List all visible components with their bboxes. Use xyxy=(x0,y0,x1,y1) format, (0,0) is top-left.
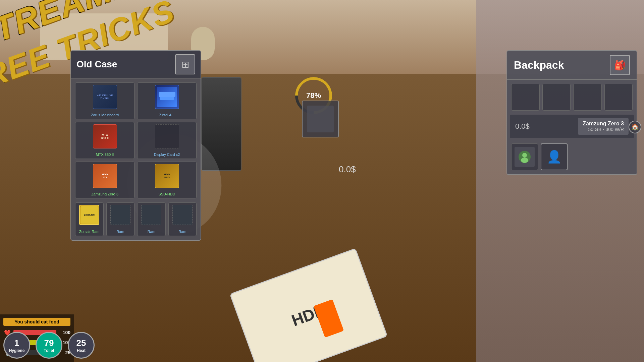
toilet-circle[interactable]: 79 Toilet xyxy=(36,332,62,359)
money-display: 0.0$ xyxy=(339,164,356,175)
label-display-card: Display Card x2 xyxy=(154,153,180,157)
bp-item-name: Zamzung Zero 3 xyxy=(583,121,624,127)
item-display-card[interactable]: Display Card x2 xyxy=(137,122,197,159)
thumb-ram-1 xyxy=(110,205,130,225)
backpack-header: Backpack 🎒 xyxy=(507,51,637,80)
item-zamzung[interactable]: HDDZZ3 Zamzung Zero 3 xyxy=(75,162,135,198)
svg-point-1 xyxy=(522,153,527,158)
slot-ram-2[interactable]: Ram xyxy=(137,202,166,236)
label-zintel: Zintel A... xyxy=(159,113,175,117)
item-mtx[interactable]: MTX350 II MTX 350 II xyxy=(75,122,135,159)
item-grid: X47 DELUXEZINTEL Zarus Mainboard Zintel … xyxy=(71,78,201,202)
bp-bottom-row: 👤 xyxy=(507,141,637,174)
label-ram-2: Ram xyxy=(148,230,155,234)
selected-item-inner xyxy=(307,106,334,132)
label-ram-3: Ram xyxy=(178,230,186,234)
thumb-zarus: X47 DELUXEZINTEL xyxy=(93,85,117,109)
backpack-slot-row xyxy=(507,80,637,115)
backpack-panel: Backpack 🎒 0.0$ Zamzung Zero 3 50 GB - 3… xyxy=(506,50,637,175)
toilet-value: 79 xyxy=(44,338,54,348)
item-ssdhdd[interactable]: HDDSSD SSD-HDD xyxy=(137,162,197,198)
bottom-hud: 1 Hygiene 79 Toilet 25 Heat xyxy=(3,332,95,359)
home-icon-button[interactable]: 🏠 xyxy=(629,121,641,133)
label-zorsair-ram: Zorsair Ram xyxy=(79,230,100,234)
slot-ram-1[interactable]: Ram xyxy=(106,202,135,236)
bp-slot-1[interactable] xyxy=(511,84,540,111)
svg-point-2 xyxy=(521,158,528,163)
case-icon: ⊞ xyxy=(175,54,195,74)
thumb-zamzung: HDDZZ3 xyxy=(93,164,117,188)
backpack-icon: 🎒 xyxy=(610,55,630,75)
thumb-mtx: MTX350 II xyxy=(93,124,117,148)
label-zamzung: Zamzung Zero 3 xyxy=(91,192,118,196)
label-ram-1: Ram xyxy=(116,230,124,234)
slot-ram-3[interactable]: Ram xyxy=(168,202,197,236)
thumb-zintel xyxy=(155,85,179,109)
old-case-header: Old Case ⊞ xyxy=(71,51,201,78)
eat-warning: You should eat food xyxy=(3,318,70,326)
heat-hud-circle[interactable]: 25 Heat xyxy=(68,332,95,359)
thumb-ram-2 xyxy=(141,205,161,225)
bp-slot-2[interactable] xyxy=(542,84,571,111)
bp-slot-4[interactable] xyxy=(604,84,633,111)
hygiene-value: 1 xyxy=(14,338,19,348)
selected-item-slot[interactable] xyxy=(302,101,339,137)
bp-item-stats: 50 GB - 300 W/R xyxy=(583,127,624,132)
bp-avatar-person[interactable]: 👤 xyxy=(541,143,568,170)
heat-hud-label: Heat xyxy=(77,348,86,353)
heat-hud-value: 25 xyxy=(76,338,86,348)
thumb-display-card xyxy=(155,124,179,148)
bp-avatar-bag[interactable] xyxy=(511,143,538,170)
old-case-panel: Old Case ⊞ X47 DELUXEZINTEL Zarus Mainbo… xyxy=(70,50,201,241)
slot-zorsair-ram[interactable]: ZORSAIR Zorsair Ram xyxy=(75,202,104,236)
label-zarus: Zarus Mainboard xyxy=(91,113,119,117)
item-zintel-cpu[interactable]: Zintel A... xyxy=(137,82,197,119)
label-mtx: MTX 350 II xyxy=(96,153,114,157)
thumb-zorsair-ram: ZORSAIR xyxy=(79,205,99,225)
toilet-label: Toilet xyxy=(44,348,54,353)
hygiene-label: Hygiene xyxy=(9,348,25,353)
label-ssdhdd: SSD-HDD xyxy=(158,192,175,196)
backpack-title: Backpack xyxy=(514,59,564,71)
bp-item-description: Zamzung Zero 3 50 GB - 300 W/R xyxy=(578,118,629,135)
item-zarus-mainboard[interactable]: X47 DELUXEZINTEL Zarus Mainboard xyxy=(75,82,135,119)
bp-slot-3[interactable] xyxy=(573,84,602,111)
old-case-title: Old Case xyxy=(76,59,117,70)
thumb-ram-3 xyxy=(172,205,193,225)
hygiene-circle[interactable]: 1 Hygiene xyxy=(3,332,30,359)
thumb-ssdhdd: HDDSSD xyxy=(155,164,179,188)
backpack-info-bar: 0.0$ Zamzung Zero 3 50 GB - 300 W/R xyxy=(510,115,634,138)
bp-price: 0.0$ xyxy=(515,122,530,131)
ram-slots-row: ZORSAIR Zorsair Ram Ram Ram Ram xyxy=(71,202,201,240)
